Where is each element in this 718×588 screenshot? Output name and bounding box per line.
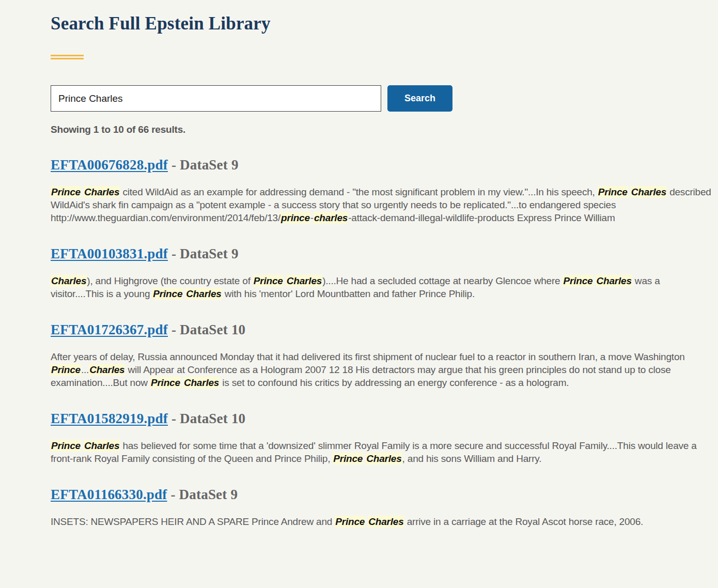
- highlighted-search-term: Prince: [51, 186, 81, 198]
- search-input[interactable]: [51, 85, 381, 112]
- highlighted-search-term: Prince: [253, 275, 284, 287]
- result-item: EFTA01582919.pdf - DataSet 10Prince Char…: [51, 411, 712, 465]
- gold-divider: [51, 55, 84, 59]
- highlighted-search-term: Charles: [368, 516, 404, 528]
- highlighted-search-term: Charles: [89, 364, 125, 376]
- highlighted-search-term: Prince: [598, 186, 628, 198]
- result-heading: EFTA00676828.pdf - DataSet 9: [51, 157, 712, 173]
- search-form: Search: [51, 85, 712, 112]
- result-dataset-label: - DataSet 9: [168, 157, 239, 173]
- result-pdf-link[interactable]: EFTA01166330.pdf: [51, 487, 167, 502]
- result-snippet: Charles), and Highgrove (the country est…: [51, 274, 712, 300]
- result-dataset-label: - DataSet 10: [168, 411, 245, 426]
- highlighted-search-term: Prince: [152, 288, 183, 300]
- highlighted-search-term: Charles: [286, 275, 322, 287]
- search-button[interactable]: Search: [387, 85, 452, 112]
- result-snippet: After years of delay, Russia announced M…: [51, 350, 712, 389]
- highlighted-search-term: Charles: [631, 186, 667, 198]
- result-heading: EFTA01582919.pdf - DataSet 10: [51, 411, 712, 427]
- highlighted-search-term: Charles: [84, 186, 120, 198]
- result-item: EFTA01726367.pdf - DataSet 10After years…: [51, 322, 712, 389]
- highlighted-search-term: Prince: [335, 516, 365, 528]
- highlighted-search-term: Charles: [596, 275, 632, 287]
- result-pdf-link[interactable]: EFTA00103831.pdf: [51, 246, 168, 261]
- result-dataset-label: - DataSet 9: [167, 487, 238, 502]
- highlighted-search-term: Prince: [563, 275, 593, 287]
- highlighted-search-term: Charles: [366, 453, 402, 465]
- result-item: EFTA00103831.pdf - DataSet 9Charles), an…: [51, 246, 712, 300]
- result-heading: EFTA00103831.pdf - DataSet 9: [51, 246, 712, 262]
- result-pdf-link[interactable]: EFTA01582919.pdf: [51, 411, 168, 426]
- result-dataset-label: - DataSet 10: [168, 322, 245, 337]
- result-dataset-label: - DataSet 9: [168, 246, 239, 261]
- result-heading: EFTA01726367.pdf - DataSet 10: [51, 322, 712, 338]
- result-snippet: Prince Charles has believed for some tim…: [51, 439, 712, 465]
- highlighted-search-term: Charles: [51, 275, 87, 287]
- page-title: Search Full Epstein Library: [51, 13, 712, 34]
- results-list: EFTA00676828.pdf - DataSet 9Prince Charl…: [51, 157, 712, 528]
- highlighted-search-term: prince: [280, 212, 310, 224]
- highlighted-search-term: charles: [314, 212, 348, 224]
- result-snippet: Prince Charles cited WildAid as an examp…: [51, 185, 712, 224]
- highlighted-search-term: Prince: [51, 364, 81, 376]
- highlighted-search-term: Prince: [333, 453, 363, 465]
- search-page: Search Full Epstein Library Search Showi…: [0, 0, 718, 588]
- highlighted-search-term: Charles: [183, 377, 220, 389]
- result-item: EFTA00676828.pdf - DataSet 9Prince Charl…: [51, 157, 712, 224]
- result-pdf-link[interactable]: EFTA00676828.pdf: [51, 157, 168, 173]
- result-heading: EFTA01166330.pdf - DataSet 9: [51, 487, 712, 503]
- result-pdf-link[interactable]: EFTA01726367.pdf: [51, 322, 168, 337]
- result-snippet: INSETS: NEWSPAPERS HEIR AND A SPARE Prin…: [51, 515, 712, 528]
- highlighted-search-term: Charles: [185, 288, 222, 300]
- highlighted-search-term: Prince: [51, 440, 81, 452]
- highlighted-search-term: Charles: [84, 440, 120, 452]
- highlighted-search-term: Prince: [150, 377, 181, 389]
- result-item: EFTA01166330.pdf - DataSet 9INSETS: NEWS…: [51, 487, 712, 528]
- results-count-text: Showing 1 to 10 of 66 results.: [51, 124, 712, 135]
